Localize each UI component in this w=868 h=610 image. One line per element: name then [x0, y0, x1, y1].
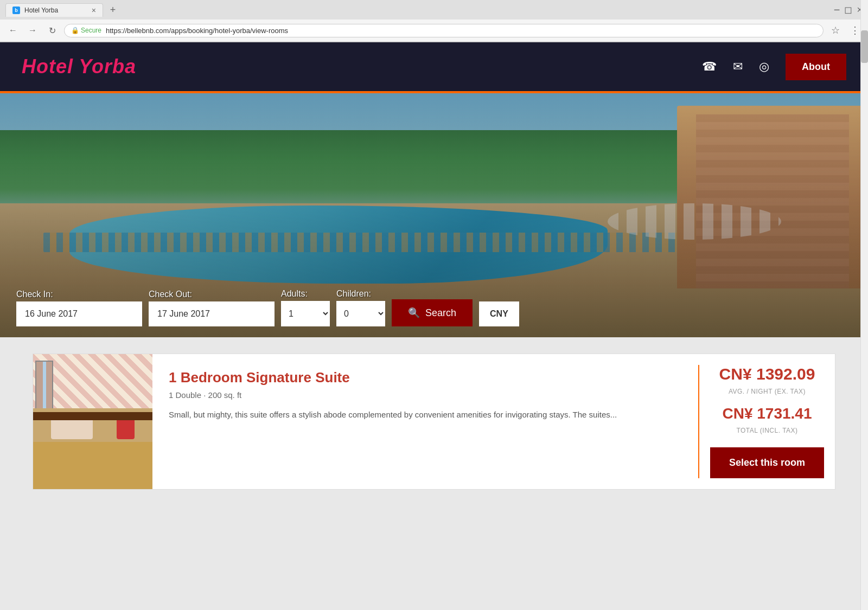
- checkin-label: Check In:: [16, 290, 142, 299]
- scrollbar[interactable]: [860, 0, 868, 517]
- price-total-label: TOTAL (INCL. TAX): [736, 427, 797, 434]
- bookmark-button[interactable]: ☆: [828, 23, 843, 38]
- browser-tab[interactable]: b Hotel Yorba ×: [5, 3, 103, 17]
- headboard: [33, 412, 152, 420]
- adults-select[interactable]: 1 2 3 4: [281, 301, 330, 326]
- price-per-night: CN¥ 1392.09: [719, 365, 815, 383]
- adults-label: Adults:: [281, 289, 330, 299]
- maximize-button[interactable]: ◻: [844, 4, 852, 16]
- back-button[interactable]: ←: [5, 23, 21, 38]
- url-text: https://bellebnb.com/apps/booking/hotel-…: [106, 27, 288, 35]
- window-controls: − ◻ ×: [834, 4, 863, 16]
- browser-chrome: b Hotel Yorba × + − ◻ × ← → ↻ 🔒 Secure h…: [0, 0, 868, 42]
- browser-titlebar: b Hotel Yorba × + − ◻ ×: [0, 0, 868, 20]
- tab-close-button[interactable]: ×: [92, 6, 96, 15]
- browser-toolbar: ← → ↻ 🔒 Secure https://bellebnb.com/apps…: [0, 20, 868, 42]
- children-label: Children:: [336, 289, 385, 299]
- children-select[interactable]: 0 1 2 3: [336, 301, 385, 326]
- secure-label: Secure: [81, 27, 101, 34]
- checkout-input[interactable]: [149, 301, 275, 326]
- room-image: [33, 354, 152, 489]
- new-tab-button[interactable]: +: [105, 2, 120, 17]
- location-icon[interactable]: ◎: [759, 60, 769, 74]
- room-card: 1 Bedroom Signature Suite 1 Double · 200…: [33, 354, 835, 490]
- checkin-field: Check In:: [16, 290, 142, 326]
- hotel-logo[interactable]: Hotel Yorba: [22, 55, 136, 78]
- window: [35, 361, 53, 412]
- curtain-right: [46, 362, 53, 411]
- refresh-button[interactable]: ↻: [44, 23, 60, 38]
- room-name: 1 Bedroom Signature Suite: [169, 369, 682, 386]
- search-icon: 🔍: [408, 307, 420, 319]
- address-bar[interactable]: 🔒 Secure https://bellebnb.com/apps/booki…: [64, 24, 824, 37]
- secure-badge: 🔒 Secure: [71, 27, 101, 34]
- lock-icon: 🔒: [71, 27, 79, 34]
- tab-favicon: b: [12, 7, 20, 14]
- adults-field: Adults: 1 2 3 4: [281, 289, 330, 326]
- scrollbar-thumb[interactable]: [861, 30, 868, 63]
- checkout-field: Check Out:: [149, 290, 275, 326]
- about-button[interactable]: About: [786, 54, 846, 80]
- select-room-button[interactable]: Select this room: [710, 447, 824, 478]
- header-nav: ☎ ✉ ◎ About: [702, 54, 846, 80]
- price-total: CN¥ 1731.41: [722, 405, 812, 422]
- room-description: Small, but mighty, this suite offers a s…: [169, 408, 682, 421]
- currency-button[interactable]: CNY: [479, 301, 519, 326]
- room-pricing: CN¥ 1392.09 AVG. / NIGHT (EX. TAX) CN¥ 1…: [699, 354, 835, 489]
- room-info: 1 Bedroom Signature Suite 1 Double · 200…: [152, 354, 698, 489]
- phone-icon[interactable]: ☎: [702, 60, 717, 74]
- forward-button[interactable]: →: [25, 23, 40, 38]
- hero-section: Check In: Check Out: Adults: 1 2 3 4 Chi…: [0, 93, 868, 337]
- children-field: Children: 0 1 2 3: [336, 289, 385, 326]
- checkin-input[interactable]: [16, 301, 142, 326]
- booking-bar: Check In: Check Out: Adults: 1 2 3 4 Chi…: [0, 289, 868, 337]
- checkout-label: Check Out:: [149, 290, 275, 299]
- room-image-container: [33, 354, 152, 489]
- tab-title: Hotel Yorba: [24, 7, 58, 14]
- main-content: 1 Bedroom Signature Suite 1 Double · 200…: [0, 337, 868, 517]
- minimize-button[interactable]: −: [834, 4, 840, 16]
- room-meta: 1 Double · 200 sq. ft: [169, 390, 682, 400]
- search-label: Search: [425, 307, 456, 319]
- price-per-night-label: AVG. / NIGHT (EX. TAX): [729, 388, 806, 395]
- search-button[interactable]: 🔍 Search: [392, 299, 473, 326]
- curtain-left: [36, 362, 43, 411]
- bed-cover: [33, 442, 152, 489]
- site-header: Hotel Yorba ☎ ✉ ◎ About: [0, 42, 868, 91]
- email-icon[interactable]: ✉: [733, 60, 743, 74]
